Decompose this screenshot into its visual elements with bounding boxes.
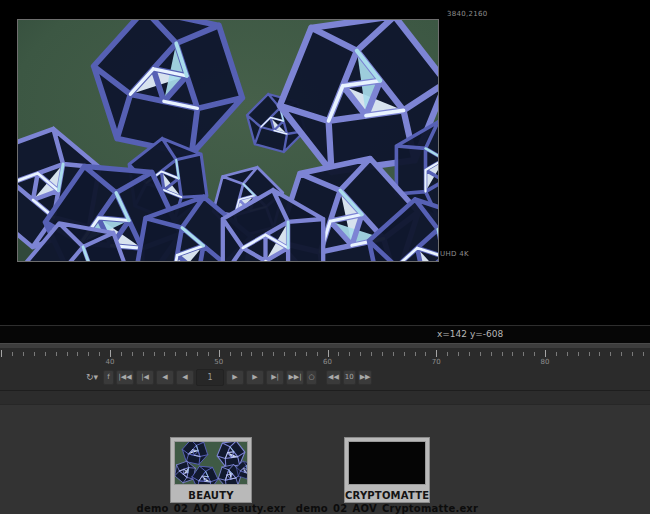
ruler-minor-tick	[197, 352, 198, 356]
frame-lock-button[interactable]: f	[103, 370, 114, 385]
ruler-minor-tick	[306, 352, 307, 356]
nuke-application-window: 3840,2160 UHD 4K x=142 y=-608 4050607080…	[0, 0, 650, 514]
viewer-panel: 3840,2160 UHD 4K	[0, 0, 650, 325]
playback-transport: ↻▾f|◀◀|◀◀◀1▶▶▶|▶▶|○◀◀10▶▶	[83, 369, 372, 385]
ruler-minor-tick	[382, 352, 383, 356]
ruler-minor-tick	[67, 352, 68, 356]
frame-increment-increase-button[interactable]: ▶▶	[358, 370, 373, 385]
ruler-minor-tick	[273, 352, 274, 356]
ruler-minor-tick	[45, 352, 46, 356]
ruler-minor-tick	[338, 352, 339, 356]
node-label: BEAUTY	[171, 490, 251, 501]
ruler-minor-tick	[567, 352, 568, 356]
ruler-minor-tick	[295, 352, 296, 356]
ruler-minor-tick	[523, 352, 524, 356]
viewer-status-bar: x=142 y=-608	[0, 325, 650, 343]
ruler-minor-tick	[208, 352, 209, 356]
goto-start-button[interactable]: |◀◀	[116, 370, 134, 385]
prev-keyframe-button[interactable]: |◀	[136, 370, 154, 385]
read-node-beauty[interactable]: BEAUTY	[170, 437, 252, 503]
viewer-image[interactable]	[17, 19, 439, 262]
ruler-minor-tick	[132, 352, 133, 356]
play-backward-button[interactable]: ◀	[176, 370, 194, 385]
ruler-minor-tick	[480, 352, 481, 356]
ruler-major-tick	[110, 350, 111, 357]
frame-increment-decrease-button[interactable]: ◀◀	[326, 370, 341, 385]
ruler-minor-tick	[425, 352, 426, 356]
node-filename: demo_02_AOV_Cryptomatte.exr	[277, 503, 497, 514]
ruler-minor-tick	[621, 352, 622, 356]
ruler-minor-tick	[175, 352, 176, 356]
ruler-minor-tick	[284, 352, 285, 356]
ruler-major-tick	[545, 350, 546, 357]
ruler-minor-tick	[512, 352, 513, 356]
ruler-minor-tick	[241, 352, 242, 356]
playback-mode-button[interactable]: ↻▾	[83, 370, 101, 385]
ruler-minor-tick	[262, 352, 263, 356]
step-forward-button[interactable]: ▶	[246, 370, 264, 385]
ruler-minor-tick	[589, 352, 590, 356]
frame-increment-field[interactable]: 10	[343, 370, 356, 385]
node-label: CRYPTOMATTE	[345, 490, 429, 501]
ruler-minor-tick	[56, 352, 57, 356]
render-image	[18, 20, 438, 261]
ruler-minor-tick	[186, 352, 187, 356]
ruler-minor-tick	[12, 352, 13, 356]
ruler-major-tick	[436, 350, 437, 357]
ruler-minor-tick	[458, 352, 459, 356]
play-forward-button[interactable]: ▶	[226, 370, 244, 385]
ruler-minor-tick	[610, 352, 611, 356]
ruler-minor-tick	[632, 352, 633, 356]
ruler-minor-tick	[143, 352, 144, 356]
read-node-cryptomatte[interactable]: CRYPTOMATTE	[344, 437, 430, 503]
ruler-minor-tick	[230, 352, 231, 356]
ruler-minor-tick	[349, 352, 350, 356]
next-keyframe-button[interactable]: ▶|	[266, 370, 284, 385]
current-frame-field[interactable]: 1	[196, 369, 224, 386]
step-back-button[interactable]: ◀	[156, 370, 174, 385]
node-graph-panel[interactable]: BEAUTY demo_02_AOV_Beauty.exr CRYPTOMATT…	[0, 404, 650, 514]
ruler-minor-tick	[251, 352, 252, 356]
ruler-frame-label: 70	[432, 358, 441, 366]
ruler-major-tick	[219, 350, 220, 357]
ruler-minor-tick	[154, 352, 155, 356]
ruler-frame-label: 80	[541, 358, 550, 366]
goto-end-button[interactable]: ▶▶|	[286, 370, 304, 385]
ruler-minor-tick	[371, 352, 372, 356]
ruler-minor-tick	[99, 352, 100, 356]
panel-divider-strip	[0, 390, 650, 405]
ruler-major-tick	[328, 350, 329, 357]
ruler-minor-tick	[599, 352, 600, 356]
ruler-frame-label: 60	[323, 358, 332, 366]
ruler-frame-label: 50	[214, 358, 223, 366]
ruler-minor-tick	[404, 352, 405, 356]
ruler-minor-tick	[77, 352, 78, 356]
beauty-thumbnail	[174, 441, 248, 485]
ruler-minor-tick	[88, 352, 89, 356]
ruler-minor-tick	[556, 352, 557, 356]
timeline-panel: 4050607080 ↻▾f|◀◀|◀◀◀1▶▶▶|▶▶|○◀◀10▶▶	[0, 348, 650, 391]
ruler-major-tick	[1, 350, 2, 357]
range-loop-button[interactable]: ○	[306, 370, 317, 385]
ruler-minor-tick	[643, 352, 644, 356]
ruler-minor-tick	[534, 352, 535, 356]
format-zoom-label: UHD 4K	[440, 250, 469, 258]
ruler-minor-tick	[121, 352, 122, 356]
ruler-minor-tick	[447, 352, 448, 356]
ruler-minor-tick	[360, 352, 361, 356]
ruler-frame-label: 40	[106, 358, 115, 366]
cursor-coordinates: x=142 y=-608	[437, 329, 503, 339]
cryptomatte-thumbnail	[348, 441, 426, 485]
ruler-minor-tick	[502, 352, 503, 356]
frame-ruler[interactable]: 4050607080	[0, 348, 650, 368]
ruler-minor-tick	[469, 352, 470, 356]
ruler-minor-tick	[393, 352, 394, 356]
resolution-label: 3840,2160	[447, 10, 488, 18]
ruler-minor-tick	[415, 352, 416, 356]
ruler-minor-tick	[164, 352, 165, 356]
ruler-minor-tick	[317, 352, 318, 356]
ruler-minor-tick	[23, 352, 24, 356]
ruler-minor-tick	[34, 352, 35, 356]
ruler-minor-tick	[491, 352, 492, 356]
ruler-minor-tick	[578, 352, 579, 356]
